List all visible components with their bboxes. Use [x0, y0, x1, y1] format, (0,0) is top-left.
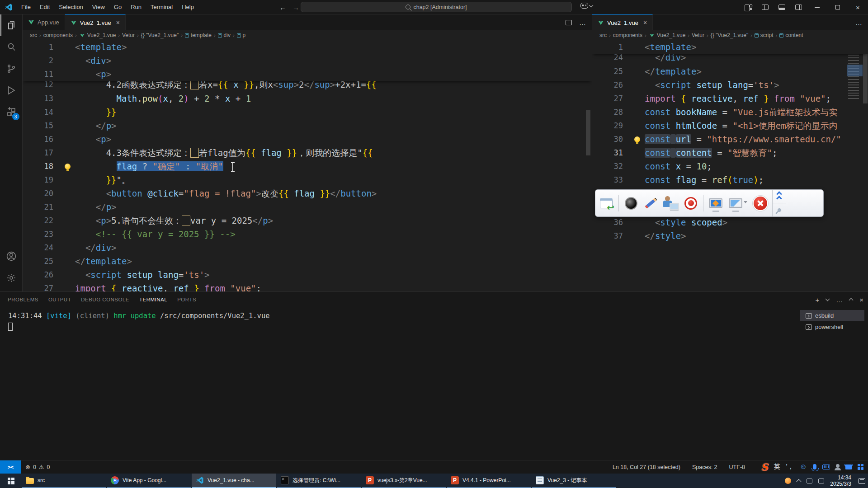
status-item[interactable]: Ln 18, Col 27 (18 selected) — [613, 464, 680, 470]
breadcrumb-item[interactable]: Vetur — [122, 32, 135, 38]
lightbulb-gutter[interactable] — [60, 164, 75, 169]
record-icon[interactable] — [681, 193, 701, 214]
tray-recorder-icon[interactable] — [785, 478, 791, 484]
extensions-icon[interactable]: 3 — [0, 101, 22, 123]
code-line[interactable]: 36 <style scoped> — [592, 216, 868, 229]
source-control-icon[interactable] — [0, 58, 22, 80]
new-terminal-icon[interactable]: + — [815, 296, 819, 304]
code-line[interactable]: 15 </p> — [23, 119, 592, 132]
menu-item-view[interactable]: View — [88, 2, 109, 12]
nav-back-icon[interactable]: ← — [279, 4, 286, 11]
minimize-button[interactable] — [807, 0, 827, 14]
presenter-icon[interactable] — [661, 193, 681, 214]
code-line[interactable]: 32const x = 10; — [592, 160, 868, 173]
panel-tab-debug-console[interactable]: DEBUG CONSOLE — [81, 292, 129, 307]
editor-more-actions-icon[interactable]: … — [855, 19, 863, 26]
fullscreen-capture-icon[interactable] — [706, 193, 726, 214]
code-line[interactable]: 17 4.3条件表达式绑定： 若flag值为{{ flag }}，则我的选择是"… — [23, 146, 592, 160]
code-line[interactable]: 14 }} — [23, 105, 592, 119]
code-line[interactable]: 11 <p> — [23, 67, 592, 81]
terminal-list-item-esbuild[interactable]: esbuild — [800, 310, 864, 321]
breadcrumb-item[interactable]: Vue2_1.vue — [649, 32, 686, 38]
copilot-button[interactable] — [580, 3, 593, 9]
problems-status[interactable]: ⊗ 0 ⚠ 0 — [25, 464, 50, 470]
breadcrumb-item[interactable]: div — [218, 32, 231, 38]
code-line[interactable]: 18 flag ? "确定" : "取消" — [23, 160, 592, 173]
panel-close-icon[interactable]: × — [859, 296, 863, 304]
breadcrumb-item[interactable]: {} "Vue2_1.vue" — [141, 32, 179, 38]
code-line[interactable]: 12 4.2函数表达式绑定： 若x={{ x }},则x<sup>2</sup>… — [23, 81, 592, 92]
action-center-icon[interactable] — [859, 478, 865, 484]
breadcrumb-item[interactable]: {} "Vue2_1.vue" — [711, 32, 748, 38]
account-icon[interactable] — [0, 245, 22, 267]
breadcrumb-item[interactable]: Vue2_1.vue — [79, 32, 116, 38]
taskbar-app-folder[interactable]: src — [22, 474, 106, 488]
code-editor-left[interactable]: 1<template>2 <div>11 <p> 12 4.2函数表达式绑定： … — [23, 40, 592, 291]
run-debug-icon[interactable] — [0, 80, 22, 101]
pin-toolbar-icon[interactable] — [773, 203, 786, 216]
scrollbar-thumb[interactable] — [586, 110, 590, 155]
lightbulb-icon[interactable] — [634, 136, 640, 142]
toggle-secondary-sidebar-icon[interactable] — [795, 5, 802, 10]
tray-hidden-icons-chevron[interactable] — [797, 479, 802, 484]
code-line[interactable]: 22 <p>5.语句不会生效： var y = 2025</p> — [23, 214, 592, 227]
menu-item-edit[interactable]: Edit — [36, 2, 54, 12]
menu-item-go[interactable]: Go — [110, 2, 126, 12]
panel-more-icon[interactable]: … — [836, 296, 843, 304]
code-line[interactable]: 21 </p> — [23, 200, 592, 214]
account-icon[interactable] — [836, 464, 840, 468]
sogou-logo-icon[interactable]: S — [761, 462, 768, 472]
microphone-icon[interactable] — [813, 464, 816, 469]
breadcrumb-item[interactable]: src — [30, 32, 37, 38]
code-editor-right[interactable]: 1<template> 24 </div>25</template>26 <sc… — [592, 40, 868, 291]
search-sidebar-icon[interactable] — [0, 36, 22, 58]
remote-indicator[interactable]: >< — [0, 460, 21, 474]
code-line[interactable]: 29const htmlCode = "<h1>使用em标记的显示内 — [592, 119, 868, 132]
code-line[interactable]: 16 <p> — [23, 132, 592, 146]
taskbar-app-vscode[interactable]: Vue2_1.vue - cha... — [192, 474, 276, 488]
stop-icon[interactable] — [750, 193, 770, 214]
split-editor-icon[interactable] — [566, 20, 572, 25]
code-line[interactable]: 1<template> — [592, 40, 868, 54]
terminal-list-item-powershell[interactable]: powershell — [800, 321, 864, 333]
tab-Vue2_1.vue[interactable]: Vue2_1.vue× — [592, 14, 653, 30]
emoji-icon[interactable]: ☺ — [800, 463, 807, 471]
panel-maximize-icon[interactable] — [849, 298, 854, 303]
skin-icon[interactable] — [845, 465, 852, 469]
open-window-icon[interactable]: ↩ — [596, 193, 616, 214]
code-line[interactable]: 26 <script setup lang='ts'> — [23, 268, 592, 282]
code-line[interactable]: 23 <!-- {{ var y = 2025 }} --> — [23, 227, 592, 241]
breadcrumb-item[interactable]: components — [613, 32, 642, 38]
settings-gear-icon[interactable] — [0, 267, 22, 289]
tab-close-icon[interactable]: × — [643, 19, 647, 26]
code-line[interactable]: 20 <button @click="flag = !flag">改变{{ fl… — [23, 187, 592, 200]
taskbar-app-notepad[interactable]: Vue2_3 - 记事本 — [532, 474, 616, 488]
breadcrumb-item[interactable]: script — [755, 32, 774, 38]
taskbar-app-chrome[interactable]: Vite App - Googl... — [107, 474, 191, 488]
tab-App.vue[interactable]: App.vue — [23, 14, 65, 30]
code-line[interactable]: 25</template> — [23, 254, 592, 268]
taskbar-app-ppt[interactable]: Pvuejs3.x-第2章Vue... — [362, 474, 446, 488]
status-item[interactable]: Spaces: 2 — [692, 464, 717, 470]
start-button[interactable] — [0, 474, 22, 488]
terminal-dropdown-icon[interactable] — [826, 297, 830, 301]
code-line[interactable]: 19 }}"。 — [23, 173, 592, 187]
lightbulb-icon[interactable] — [65, 164, 71, 169]
keyboard-icon[interactable] — [822, 465, 830, 469]
code-line[interactable]: 27import { reactive, ref } from "vue"; — [23, 282, 592, 291]
code-line[interactable]: 33const flag = ref(true); — [592, 173, 868, 187]
panel-tab-terminal[interactable]: TERMINAL — [139, 292, 167, 307]
menu-item-run[interactable]: Run — [127, 2, 146, 12]
taskbar-app-ppt[interactable]: PV4.4.1 - PowerPoi... — [447, 474, 531, 488]
collapse-toolbar-icon[interactable] — [773, 190, 786, 203]
close-button[interactable]: × — [848, 0, 868, 14]
toggle-sidebar-icon[interactable] — [762, 5, 769, 10]
restore-button[interactable] — [827, 0, 848, 14]
code-line[interactable]: 24 </div> — [592, 54, 868, 65]
tray-icon[interactable] — [807, 479, 812, 483]
taskbar-app-cmd[interactable]: 选择管理员: C:\Wi... — [277, 474, 361, 488]
pencil-icon[interactable] — [641, 193, 661, 214]
code-line[interactable]: 24 </div> — [23, 241, 592, 254]
lens-icon[interactable] — [621, 193, 641, 214]
tray-icon[interactable] — [818, 479, 824, 483]
